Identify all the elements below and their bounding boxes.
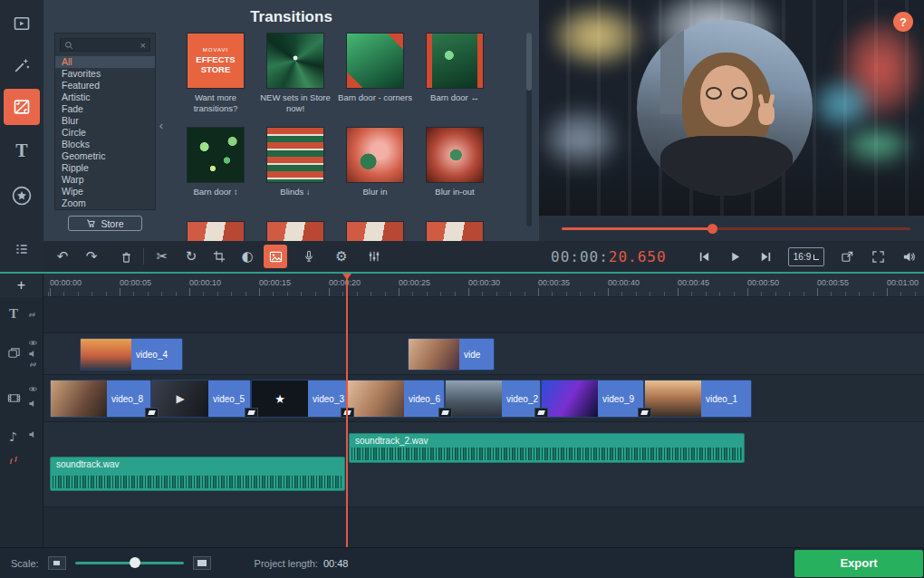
category-circle[interactable]: Circle xyxy=(55,127,155,139)
transition-badge[interactable] xyxy=(534,408,548,418)
image-tool-button[interactable] xyxy=(264,245,287,268)
volume-button[interactable] xyxy=(897,245,920,268)
sidebar-item-tracks-menu[interactable] xyxy=(4,234,40,265)
seek-handle[interactable] xyxy=(707,224,717,234)
audio-clip[interactable]: soundtrack.wav xyxy=(50,457,345,491)
category-artistic[interactable]: Artistic xyxy=(55,92,155,103)
timeline-ruler[interactable]: 00:00:0000:00:0500:00:1000:00:1500:00:20… xyxy=(43,274,924,297)
video-track-lane[interactable]: video_8video_5video_3video_6video_2video… xyxy=(0,375,924,422)
video-clip[interactable]: video_2 xyxy=(445,380,541,418)
transition-tile-partial[interactable] xyxy=(255,221,335,241)
video-clip[interactable]: video_6 xyxy=(347,380,445,418)
play-button[interactable] xyxy=(723,245,746,268)
video-clip[interactable]: video_8 xyxy=(50,380,151,418)
unlink-icon[interactable] xyxy=(8,455,19,466)
link-icon[interactable] xyxy=(27,310,37,320)
category-warp[interactable]: Warp xyxy=(55,174,155,186)
transition-tile-partial[interactable] xyxy=(335,221,415,241)
export-button[interactable]: Export xyxy=(794,550,923,577)
transition-tile[interactable]: Blur in-out xyxy=(415,127,495,221)
seek-bar[interactable] xyxy=(562,227,910,230)
video-track-header[interactable] xyxy=(0,375,43,422)
transition-tile[interactable]: MOVAVIEFFECTSSTOREWant more transitions? xyxy=(176,33,255,127)
transition-tile[interactable]: Blinds ↓ xyxy=(255,127,335,221)
eye-icon[interactable] xyxy=(28,384,38,394)
sidebar-item-titles[interactable]: T xyxy=(4,132,40,169)
video-clip[interactable]: video_9 xyxy=(541,380,644,418)
category-wipe[interactable]: Wipe xyxy=(55,186,155,197)
mute-track-icon[interactable] xyxy=(28,399,38,409)
audio-track-header[interactable]: ♪ xyxy=(0,422,43,507)
transition-badge[interactable] xyxy=(638,408,651,418)
aspect-ratio-button[interactable]: 16:9 xyxy=(788,247,824,266)
audio-levels-button[interactable] xyxy=(362,245,386,268)
scale-slider[interactable] xyxy=(75,562,184,564)
transition-tile[interactable]: Barn door - corners xyxy=(335,33,415,127)
category-blur[interactable]: Blur xyxy=(55,115,155,127)
video-clip[interactable]: video_5 xyxy=(151,380,251,418)
overlay-track-lane[interactable]: video_4vide xyxy=(0,333,924,375)
scrollbar-thumb[interactable] xyxy=(526,33,532,91)
help-button[interactable]: ? xyxy=(893,12,913,32)
clip-properties-button[interactable]: ⚙ xyxy=(330,245,353,268)
category-blocks[interactable]: Blocks xyxy=(55,139,155,150)
undo-button[interactable]: ↶ xyxy=(51,245,74,268)
previous-frame-button[interactable] xyxy=(692,245,716,268)
transition-tile[interactable]: Blur in xyxy=(335,127,415,221)
eye-icon[interactable] xyxy=(28,338,38,348)
overlay-clip[interactable]: vide xyxy=(408,338,495,371)
category-all[interactable]: All xyxy=(55,56,155,68)
transitions-scrollbar[interactable] xyxy=(526,33,532,226)
category-fade[interactable]: Fade xyxy=(55,103,155,115)
record-voice-button[interactable] xyxy=(297,245,321,268)
transition-tile[interactable]: NEW sets in Store now! xyxy=(255,33,335,127)
store-button[interactable]: Store xyxy=(68,216,142,231)
search-input[interactable]: × xyxy=(60,38,150,52)
transition-tile-partial[interactable] xyxy=(176,221,255,241)
category-favorites[interactable]: Favorites xyxy=(55,68,155,80)
collapse-panel-arrow[interactable]: ‹ xyxy=(156,107,167,143)
audio-track-lane[interactable]: soundtrack_2.wavsoundtrack.wav xyxy=(0,422,924,507)
add-track-button[interactable]: + xyxy=(0,274,43,297)
video-clip[interactable]: video_1 xyxy=(644,380,752,418)
transition-tile[interactable]: Barn door ↔ xyxy=(415,33,495,127)
sidebar-item-transitions[interactable] xyxy=(4,89,40,125)
overlay-clip[interactable]: video_4 xyxy=(80,338,183,371)
category-geometric[interactable]: Geometric xyxy=(55,150,155,162)
category-ripple[interactable]: Ripple xyxy=(55,162,155,174)
empty-timeline-area[interactable] xyxy=(0,507,924,547)
clear-search-icon[interactable]: × xyxy=(140,40,146,51)
overlay-track-header[interactable] xyxy=(0,333,43,375)
redo-button[interactable]: ↷ xyxy=(80,245,103,268)
sidebar-item-stickers[interactable] xyxy=(4,178,40,214)
category-featured[interactable]: Featured xyxy=(55,80,155,92)
video-clip[interactable]: video_3 xyxy=(251,380,347,418)
capture-frame-button[interactable] xyxy=(835,245,859,268)
next-frame-button[interactable] xyxy=(754,245,777,268)
crop-button[interactable] xyxy=(207,245,231,268)
link-icon[interactable] xyxy=(28,360,38,370)
sidebar-item-filters[interactable] xyxy=(4,47,40,83)
zoom-in-button[interactable] xyxy=(193,556,211,570)
transition-badge[interactable] xyxy=(145,408,159,418)
sidebar-item-media[interactable] xyxy=(4,5,40,42)
scale-slider-handle[interactable] xyxy=(130,557,140,568)
color-adjust-button[interactable]: ◐ xyxy=(236,245,259,268)
titles-track-lane[interactable] xyxy=(0,297,924,333)
transition-badge[interactable] xyxy=(438,408,452,418)
delete-button[interactable] xyxy=(114,245,138,268)
fullscreen-button[interactable] xyxy=(866,245,890,268)
transition-category-panel: × AllFavoritesFeaturedArtisticFadeBlurCi… xyxy=(54,33,156,210)
zoom-out-button[interactable] xyxy=(48,556,66,570)
audio-clip[interactable]: soundtrack_2.wav xyxy=(349,433,745,463)
split-clip-button[interactable]: ✂ xyxy=(150,245,174,268)
mute-track-icon[interactable] xyxy=(28,349,38,359)
transition-tile-partial[interactable] xyxy=(415,221,495,241)
mute-track-icon[interactable] xyxy=(28,429,38,439)
rotate-button[interactable]: ↻ xyxy=(179,245,203,268)
category-zoom[interactable]: Zoom xyxy=(55,197,155,209)
playhead[interactable] xyxy=(346,274,348,547)
transition-tile[interactable]: Barn door ↕ xyxy=(176,127,255,221)
titles-track-header[interactable]: T xyxy=(0,297,43,333)
transition-badge[interactable] xyxy=(245,408,258,418)
